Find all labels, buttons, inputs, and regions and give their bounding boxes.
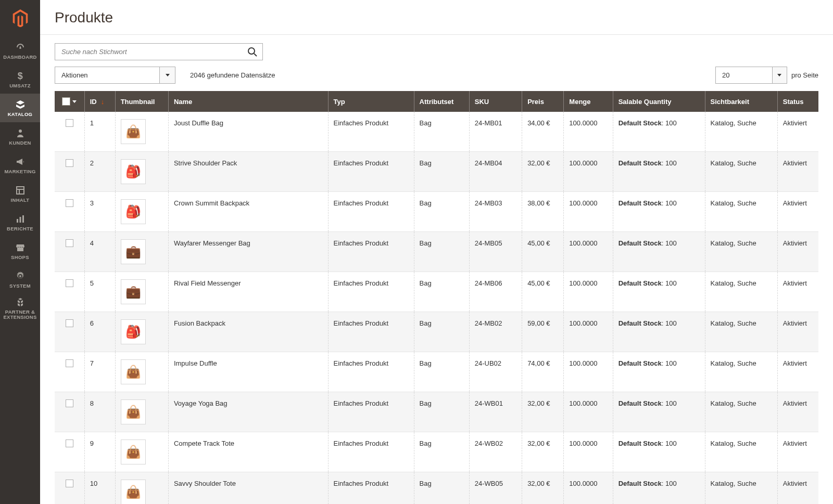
- nav-item-layout[interactable]: INHALT: [0, 179, 40, 208]
- cell-price: 74,00 €: [522, 352, 564, 392]
- cell-qty: 100.0000: [564, 432, 613, 472]
- cell-status: Aktiviert: [777, 112, 818, 152]
- nav-label: INHALT: [11, 198, 30, 203]
- product-thumbnail[interactable]: 👜: [121, 119, 146, 144]
- product-thumbnail[interactable]: 👜: [121, 480, 146, 504]
- table-row[interactable]: 7 👜 Impulse Duffle Einfaches Produkt Bag…: [55, 352, 818, 392]
- cell-select: [55, 232, 84, 272]
- cell-select: [55, 272, 84, 312]
- col-header-attributeset[interactable]: Attributset: [414, 91, 469, 112]
- row-checkbox[interactable]: [66, 119, 73, 127]
- table-row[interactable]: 2 🎒 Strive Shoulder Pack Einfaches Produ…: [55, 152, 818, 192]
- row-checkbox[interactable]: [66, 480, 73, 487]
- table-row[interactable]: 9 👜 Compete Track Tote Einfaches Produkt…: [55, 432, 818, 472]
- col-header-qty[interactable]: Menge: [564, 91, 613, 112]
- cell-name: Impulse Duffle: [168, 352, 328, 392]
- cell-type: Einfaches Produkt: [328, 152, 414, 192]
- nav-label: SYSTEM: [9, 283, 31, 289]
- product-thumbnail[interactable]: 👜: [121, 440, 146, 464]
- search-input[interactable]: [55, 43, 263, 60]
- cell-status: Aktiviert: [777, 472, 818, 505]
- cell-thumbnail: 🎒: [115, 312, 168, 352]
- cell-salable: Default Stock: 100: [613, 472, 705, 505]
- select-all-checkbox[interactable]: [62, 97, 70, 106]
- row-checkbox[interactable]: [66, 359, 73, 367]
- cell-visibility: Katalog, Suche: [705, 352, 777, 392]
- row-checkbox[interactable]: [66, 399, 73, 407]
- search-button[interactable]: [242, 43, 263, 60]
- magento-logo[interactable]: [0, 0, 40, 36]
- nav-item-storefront[interactable]: SHOPS: [0, 237, 40, 265]
- cell-status: Aktiviert: [777, 192, 818, 232]
- col-header-name[interactable]: Name: [168, 91, 328, 112]
- cell-sku: 24-MB02: [469, 312, 522, 352]
- product-thumbnail[interactable]: 🎒: [121, 319, 146, 344]
- nav-item-person[interactable]: KUNDEN: [0, 122, 40, 151]
- product-thumbnail[interactable]: 🎒: [121, 159, 146, 184]
- cell-price: 32,00 €: [522, 152, 564, 192]
- actions-dropdown[interactable]: Aktionen: [55, 67, 175, 84]
- nav-item-boxes[interactable]: PARTNER & EXTENSIONS: [0, 294, 40, 322]
- col-header-select[interactable]: [55, 91, 84, 112]
- col-header-visibility[interactable]: Sichtbarkeit: [705, 91, 777, 112]
- page-header: Produkte: [40, 0, 833, 35]
- cell-select: [55, 432, 84, 472]
- cell-qty: 100.0000: [564, 192, 613, 232]
- row-checkbox[interactable]: [66, 199, 73, 207]
- cell-name: Savvy Shoulder Tote: [168, 472, 328, 505]
- col-header-price[interactable]: Preis: [522, 91, 564, 112]
- page-size-toggle[interactable]: [772, 67, 787, 83]
- table-row[interactable]: 8 👜 Voyage Yoga Bag Einfaches Produkt Ba…: [55, 392, 818, 432]
- product-thumbnail[interactable]: 💼: [121, 279, 146, 304]
- col-header-type[interactable]: Typ: [328, 91, 414, 112]
- product-thumbnail[interactable]: 👜: [121, 359, 146, 384]
- table-row[interactable]: 4 💼 Wayfarer Messenger Bag Einfaches Pro…: [55, 232, 818, 272]
- dashboard-icon: [15, 42, 26, 53]
- cell-select: [55, 192, 84, 232]
- col-header-salable[interactable]: Salable Quantity: [613, 91, 705, 112]
- cell-price: 34,00 €: [522, 112, 564, 152]
- cell-thumbnail: 👜: [115, 352, 168, 392]
- cell-type: Einfaches Produkt: [328, 272, 414, 312]
- chevron-down-icon: [166, 74, 170, 76]
- row-checkbox[interactable]: [66, 440, 73, 447]
- col-header-status[interactable]: Status: [777, 91, 818, 112]
- cell-visibility: Katalog, Suche: [705, 432, 777, 472]
- nav-item-bars[interactable]: BERICHTE: [0, 208, 40, 237]
- nav-item-megaphone[interactable]: MARKETING: [0, 151, 40, 179]
- page-size-value: 20: [716, 71, 772, 79]
- nav-label: MARKETING: [4, 169, 35, 174]
- cell-visibility: Katalog, Suche: [705, 472, 777, 505]
- row-checkbox[interactable]: [66, 319, 73, 327]
- col-header-sku[interactable]: SKU: [469, 91, 522, 112]
- row-checkbox[interactable]: [66, 279, 73, 287]
- table-row[interactable]: 3 🎒 Crown Summit Backpack Einfaches Prod…: [55, 192, 818, 232]
- row-checkbox[interactable]: [66, 159, 73, 167]
- cell-type: Einfaches Produkt: [328, 352, 414, 392]
- product-thumbnail[interactable]: 👜: [121, 399, 146, 424]
- search-box: [55, 43, 263, 60]
- table-row[interactable]: 5 💼 Rival Field Messenger Einfaches Prod…: [55, 272, 818, 312]
- nav-item-gear[interactable]: SYSTEM: [0, 265, 40, 294]
- page-size-select[interactable]: 20: [715, 67, 787, 84]
- table-row[interactable]: 1 👜 Joust Duffle Bag Einfaches Produkt B…: [55, 112, 818, 152]
- cell-salable: Default Stock: 100: [613, 192, 705, 232]
- cell-id: 7: [84, 352, 115, 392]
- product-thumbnail[interactable]: 🎒: [121, 199, 146, 224]
- cell-attributeset: Bag: [414, 432, 469, 472]
- col-header-id[interactable]: ID↓: [84, 91, 115, 112]
- product-thumbnail[interactable]: 💼: [121, 239, 146, 264]
- col-header-thumbnail[interactable]: Thumbnail: [115, 91, 168, 112]
- storefront-icon: [15, 242, 26, 253]
- row-checkbox[interactable]: [66, 239, 73, 247]
- nav-item-dashboard[interactable]: DASHBOARD: [0, 36, 40, 65]
- cell-salable: Default Stock: 100: [613, 272, 705, 312]
- table-row[interactable]: 6 🎒 Fusion Backpack Einfaches Produkt Ba…: [55, 312, 818, 352]
- nav-item-dollar[interactable]: $UMSATZ: [0, 65, 40, 94]
- cell-thumbnail: 🎒: [115, 192, 168, 232]
- cell-thumbnail: 👜: [115, 392, 168, 432]
- table-row[interactable]: 10 👜 Savvy Shoulder Tote Einfaches Produ…: [55, 472, 818, 505]
- nav-item-catalog[interactable]: KATALOG: [0, 94, 40, 122]
- cell-attributeset: Bag: [414, 152, 469, 192]
- actions-dropdown-toggle[interactable]: [159, 67, 175, 83]
